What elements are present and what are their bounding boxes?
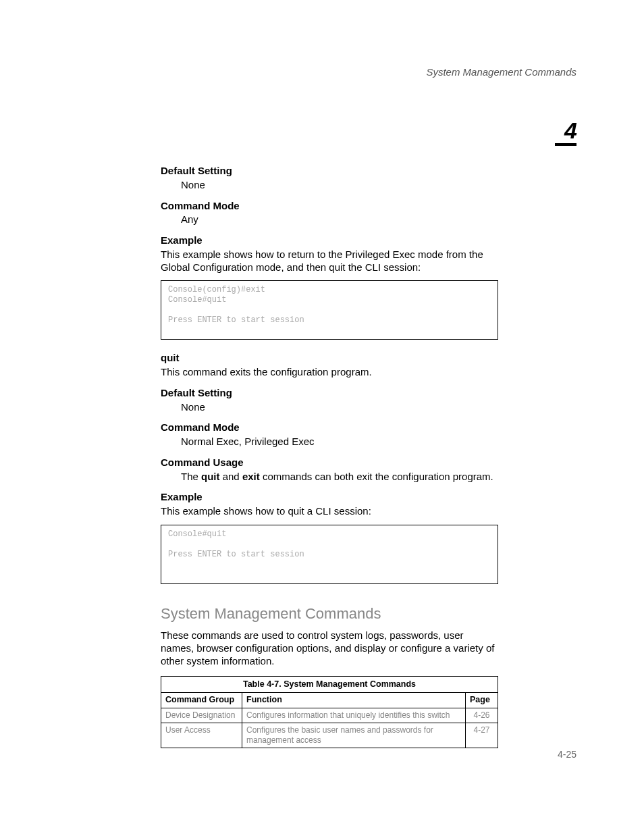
- th-page: Page: [466, 693, 498, 708]
- usage-keyword-quit: quit: [201, 471, 220, 482]
- example-heading-1: Example: [161, 234, 498, 247]
- code-block-1: Console(config)#exit Console#quit Press …: [161, 280, 498, 340]
- code-block-2: Console#quit Press ENTER to start sessio…: [161, 525, 498, 584]
- command-mode-heading-1: Command Mode: [161, 200, 498, 213]
- cell-page: 4-27: [466, 723, 498, 748]
- table-row: Device Designation Configures informatio…: [161, 708, 498, 723]
- cell-function: Configures the basic user names and pass…: [242, 723, 466, 748]
- usage-pre: The: [181, 471, 201, 482]
- default-setting-heading-2: Default Setting: [161, 387, 498, 400]
- command-usage-text: The quit and exit commands can both exit…: [181, 471, 498, 484]
- commands-table: Table 4-7. System Management Commands Co…: [161, 676, 498, 748]
- example-text-1: This example shows how to return to the …: [161, 249, 498, 274]
- chapter-badge: 4: [555, 119, 576, 146]
- cell-group: User Access: [161, 723, 242, 748]
- section-intro: These commands are used to control syste…: [161, 629, 498, 667]
- page-number: 4-25: [558, 749, 576, 760]
- quit-command-heading: quit: [161, 352, 498, 365]
- command-mode-value-1: Any: [181, 213, 498, 226]
- table-row: User Access Configures the basic user na…: [161, 723, 498, 748]
- example-heading-2: Example: [161, 491, 498, 504]
- default-setting-value-2: None: [181, 401, 498, 414]
- section-title: System Management Commands: [161, 604, 498, 623]
- table-header-row: Command Group Function Page: [161, 693, 498, 708]
- cell-function: Configures information that uniquely ide…: [242, 708, 466, 723]
- command-mode-heading-2: Command Mode: [161, 421, 498, 434]
- command-mode-value-2: Normal Exec, Privileged Exec: [181, 436, 498, 448]
- th-function: Function: [242, 693, 466, 708]
- usage-mid: and: [220, 471, 242, 482]
- document-page: System Management Commands 4 Default Set…: [0, 0, 644, 834]
- th-command-group: Command Group: [161, 693, 242, 708]
- chapter-number: 4: [555, 119, 576, 142]
- default-setting-heading-1: Default Setting: [161, 165, 498, 178]
- quit-description: This command exits the configuration pro…: [161, 366, 498, 379]
- example-text-2: This example shows how to quit a CLI ses…: [161, 505, 498, 518]
- default-setting-value-1: None: [181, 179, 498, 192]
- running-header: System Management Commands: [426, 66, 576, 78]
- usage-post: commands can both exit the configuration…: [260, 471, 493, 482]
- cell-page: 4-26: [466, 708, 498, 723]
- table-caption: Table 4-7. System Management Commands: [161, 676, 498, 693]
- usage-keyword-exit: exit: [242, 471, 260, 482]
- command-usage-heading: Command Usage: [161, 457, 498, 469]
- cell-group: Device Designation: [161, 708, 242, 723]
- chapter-underline: [555, 143, 576, 146]
- page-content: Default Setting None Command Mode Any Ex…: [161, 157, 498, 748]
